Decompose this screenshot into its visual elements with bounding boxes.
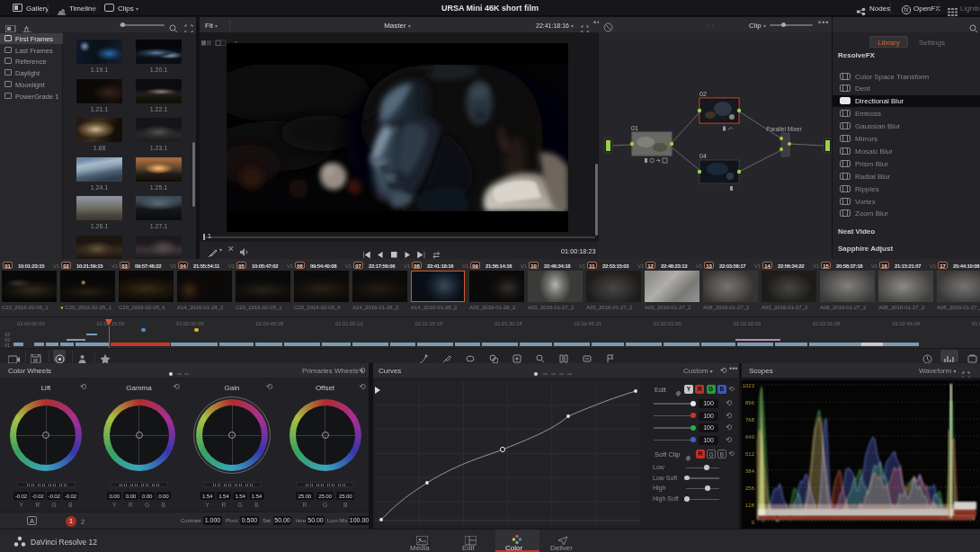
svg-text:384: 384 bbox=[745, 468, 755, 474]
svg-text:896: 896 bbox=[745, 400, 755, 405]
svg-text:768: 768 bbox=[745, 417, 755, 423]
svg-text:04: 04 bbox=[699, 153, 707, 159]
svg-text:128: 128 bbox=[745, 503, 755, 508]
svg-text:0: 0 bbox=[752, 520, 755, 525]
svg-text:fx: fx bbox=[904, 6, 909, 13]
svg-text:Parallel Mixer: Parallel Mixer bbox=[766, 126, 802, 132]
svg-text:1023: 1023 bbox=[743, 383, 755, 388]
svg-text:256: 256 bbox=[745, 485, 755, 491]
svg-text:01: 01 bbox=[631, 125, 638, 131]
svg-text:02: 02 bbox=[699, 91, 707, 97]
svg-text:512: 512 bbox=[745, 451, 755, 457]
svg-text:640: 640 bbox=[745, 434, 755, 440]
